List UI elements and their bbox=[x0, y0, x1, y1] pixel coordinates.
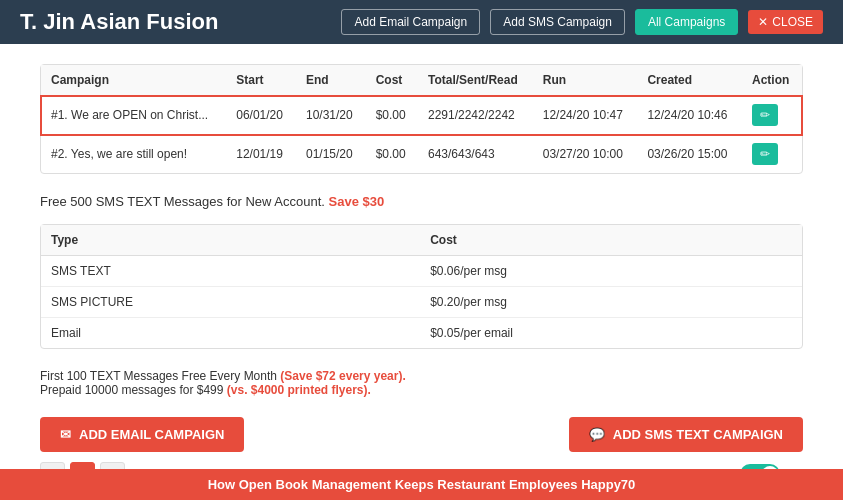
cell-campaign: #1. We are OPEN on Christ... bbox=[41, 96, 226, 135]
free-sms-save-badge: Save $30 bbox=[329, 194, 385, 209]
cell-end: 01/15/20 bbox=[296, 135, 366, 174]
main-content: Campaign Start End Cost Total/Sent/Read … bbox=[0, 44, 843, 500]
pricing-col-cost: Cost bbox=[420, 225, 802, 256]
col-created: Created bbox=[637, 65, 742, 96]
add-sms-campaign-header-button[interactable]: Add SMS Campaign bbox=[490, 9, 625, 35]
cell-cost: $0.00 bbox=[366, 135, 418, 174]
cell-start: 12/01/19 bbox=[226, 135, 296, 174]
col-start: Start bbox=[226, 65, 296, 96]
col-end: End bbox=[296, 65, 366, 96]
all-campaigns-button[interactable]: All Campaigns bbox=[635, 9, 738, 35]
add-email-campaign-header-button[interactable]: Add Email Campaign bbox=[341, 9, 480, 35]
list-item: Email $0.05/per email bbox=[41, 318, 802, 349]
cell-created: 03/26/20 15:00 bbox=[637, 135, 742, 174]
email-icon: ✉ bbox=[60, 427, 71, 442]
cell-campaign: #2. Yes, we are still open! bbox=[41, 135, 226, 174]
bottom-bar: How Open Book Management Keeps Restauran… bbox=[0, 469, 843, 500]
add-email-campaign-button[interactable]: ✉ ADD EMAIL CAMPAIGN bbox=[40, 417, 244, 452]
cell-start: 06/01/20 bbox=[226, 96, 296, 135]
table-row: #1. We are OPEN on Christ... 06/01/20 10… bbox=[41, 96, 802, 135]
sms-icon: 💬 bbox=[589, 427, 605, 442]
cell-total: 2291/2242/2242 bbox=[418, 96, 533, 135]
free-messages-section: First 100 TEXT Messages Free Every Month… bbox=[40, 369, 803, 397]
free-messages-line1: First 100 TEXT Messages Free Every Month… bbox=[40, 369, 803, 383]
edit-button[interactable]: ✏ bbox=[752, 143, 778, 165]
campaigns-table-container: Campaign Start End Cost Total/Sent/Read … bbox=[40, 64, 803, 174]
header-actions: Add Email Campaign Add SMS Campaign All … bbox=[341, 9, 823, 35]
cell-total: 643/643/643 bbox=[418, 135, 533, 174]
cell-run: 12/24/20 10:47 bbox=[533, 96, 638, 135]
pricing-table-container: Type Cost SMS TEXT $0.06/per msg SMS PIC… bbox=[40, 224, 803, 349]
pricing-cost: $0.20/per msg bbox=[420, 287, 802, 318]
pricing-table: Type Cost SMS TEXT $0.06/per msg SMS PIC… bbox=[41, 225, 802, 348]
pricing-cost: $0.05/per email bbox=[420, 318, 802, 349]
free-sms-text: Free 500 SMS TEXT Messages for New Accou… bbox=[40, 194, 325, 209]
cell-action[interactable]: ✏ bbox=[742, 96, 802, 135]
header: T. Jin Asian Fusion Add Email Campaign A… bbox=[0, 0, 843, 44]
cell-end: 10/31/20 bbox=[296, 96, 366, 135]
app-title: T. Jin Asian Fusion bbox=[20, 9, 218, 35]
close-x-icon: ✕ bbox=[758, 15, 768, 29]
campaigns-table: Campaign Start End Cost Total/Sent/Read … bbox=[41, 65, 802, 173]
pricing-col-type: Type bbox=[41, 225, 420, 256]
cell-action[interactable]: ✏ bbox=[742, 135, 802, 174]
close-button[interactable]: ✕ CLOSE bbox=[748, 10, 823, 34]
pricing-type: Email bbox=[41, 318, 420, 349]
action-buttons-row: ✉ ADD EMAIL CAMPAIGN 💬 ADD SMS TEXT CAMP… bbox=[40, 417, 803, 452]
cell-cost: $0.00 bbox=[366, 96, 418, 135]
list-item: SMS TEXT $0.06/per msg bbox=[41, 256, 802, 287]
pricing-cost: $0.06/per msg bbox=[420, 256, 802, 287]
bottom-bar-text: How Open Book Management Keeps Restauran… bbox=[208, 477, 636, 492]
col-campaign: Campaign bbox=[41, 65, 226, 96]
cell-run: 03/27/20 10:00 bbox=[533, 135, 638, 174]
col-action: Action bbox=[742, 65, 802, 96]
cell-created: 12/24/20 10:46 bbox=[637, 96, 742, 135]
edit-button[interactable]: ✏ bbox=[752, 104, 778, 126]
free-messages-line2: Prepaid 10000 messages for $499 (vs. $40… bbox=[40, 383, 803, 397]
add-sms-campaign-button[interactable]: 💬 ADD SMS TEXT CAMPAIGN bbox=[569, 417, 803, 452]
pricing-type: SMS PICTURE bbox=[41, 287, 420, 318]
table-row: #2. Yes, we are still open! 12/01/19 01/… bbox=[41, 135, 802, 174]
col-total: Total/Sent/Read bbox=[418, 65, 533, 96]
pricing-type: SMS TEXT bbox=[41, 256, 420, 287]
col-cost: Cost bbox=[366, 65, 418, 96]
list-item: SMS PICTURE $0.20/per msg bbox=[41, 287, 802, 318]
free-sms-section: Free 500 SMS TEXT Messages for New Accou… bbox=[40, 194, 803, 209]
campaigns-table-header-row: Campaign Start End Cost Total/Sent/Read … bbox=[41, 65, 802, 96]
pricing-header-row: Type Cost bbox=[41, 225, 802, 256]
col-run: Run bbox=[533, 65, 638, 96]
